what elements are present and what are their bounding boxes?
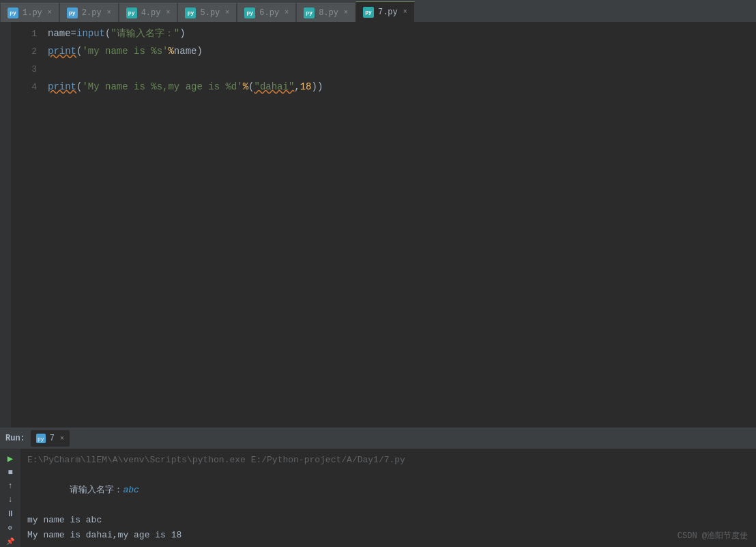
tab-label-2py: 2.py: [82, 8, 102, 18]
run-tab-icon: py: [36, 434, 46, 443]
tab-label-5py: 5.py: [200, 8, 220, 18]
stop-button[interactable]: ■: [3, 467, 18, 478]
tab-4py[interactable]: py 4.py ×: [119, 3, 178, 22]
run-tab-bar: Run: py 7 ×: [0, 428, 756, 449]
pin-button[interactable]: 📌: [3, 536, 18, 547]
output-line-result1: my name is abc: [27, 513, 749, 528]
tab-label-8py: 8.py: [319, 8, 338, 18]
output-line-prompt: 请输入名字：abc: [27, 468, 749, 513]
tab-label-6py: 6.py: [259, 8, 279, 18]
run-label: Run:: [5, 434, 25, 443]
tab-2py[interactable]: py 2.py ×: [59, 3, 119, 22]
tab-close-2py[interactable]: ×: [107, 9, 111, 16]
code-line-2: 2 print('my name is %s'%name): [11, 42, 756, 60]
line-number-1: 1: [11, 29, 45, 39]
left-gutter: [0, 22, 11, 427]
tab-icon-6py: py: [244, 8, 255, 18]
tab-icon-5py: py: [185, 8, 196, 18]
run-output: E:\PyCharm\llEM\A\venv\Scripts\python.ex…: [20, 449, 756, 547]
code-line-4: 4 print('My name is %s,my age is %d'%("d…: [11, 78, 756, 96]
line-number-4: 4: [11, 82, 45, 92]
line-content-4: print('My name is %s,my age is %d'%("dah…: [45, 81, 323, 92]
line-number-2: 2: [11, 46, 45, 57]
output-line-result2: My name is dahai,my age is 18: [27, 528, 749, 543]
tab-close-1py[interactable]: ×: [48, 9, 52, 16]
code-area: 1 name=input("请输入名字：") 2 print('my name …: [11, 22, 756, 96]
input-value: abc: [123, 485, 139, 495]
tab-close-5py[interactable]: ×: [225, 9, 229, 16]
scroll-up-button[interactable]: ↑: [3, 481, 18, 492]
run-panel: Run: py 7 × ▶ ■ ↑ ↓ ⏸ ⚙ 📌 E:\PyCharm\llE…: [0, 427, 756, 547]
tab-close-4py[interactable]: ×: [166, 9, 170, 16]
tab-icon-2py: py: [67, 8, 78, 18]
line-number-3: 3: [11, 64, 45, 74]
tab-close-6py[interactable]: ×: [285, 9, 289, 16]
output-line-cmd: E:\PyCharm\llEM\A\venv\Scripts\python.ex…: [27, 453, 749, 468]
code-line-3: 3: [11, 60, 756, 78]
tab-label-7py: 7.py: [378, 8, 398, 17]
settings-button[interactable]: ⚙: [3, 522, 18, 533]
tab-icon-7py: py: [363, 7, 374, 18]
watermark: CSDN @渔阳节度使: [678, 530, 748, 542]
run-tab-7[interactable]: py 7 ×: [31, 430, 70, 447]
tab-label-1py: 1.py: [23, 8, 42, 18]
tab-1py[interactable]: py 1.py ×: [0, 3, 59, 22]
editor-main[interactable]: 1 name=input("请输入名字：") 2 print('my name …: [11, 22, 756, 427]
run-tab-close[interactable]: ×: [60, 435, 64, 443]
tab-5py[interactable]: py 5.py ×: [177, 3, 237, 22]
tab-close-8py[interactable]: ×: [344, 9, 348, 16]
prompt-text: 请输入名字：: [70, 485, 123, 495]
tab-icon-4py: py: [126, 8, 137, 18]
tab-icon-8py: py: [304, 8, 315, 18]
run-sidebar: ▶ ■ ↑ ↓ ⏸ ⚙ 📌: [0, 449, 20, 547]
tab-bar: py 1.py × py 2.py × py 4.py × py 5.py × …: [0, 0, 756, 22]
tab-label-4py: 4.py: [141, 8, 161, 18]
tab-8py[interactable]: py 8.py ×: [296, 3, 355, 22]
editor-container: 1 name=input("请输入名字：") 2 print('my name …: [0, 22, 756, 427]
run-tab-number: 7: [50, 434, 55, 443]
play-button[interactable]: ▶: [3, 453, 18, 464]
scroll-down-button[interactable]: ↓: [3, 494, 18, 505]
tab-icon-1py: py: [8, 8, 18, 18]
line-content-2: print('my name is %s'%name): [45, 46, 203, 57]
tab-close-7py[interactable]: ×: [403, 8, 407, 16]
tab-6py[interactable]: py 6.py ×: [237, 3, 296, 22]
run-content: ▶ ■ ↑ ↓ ⏸ ⚙ 📌 E:\PyCharm\llEM\A\venv\Scr…: [0, 449, 756, 547]
line-content-1: name=input("请输入名字："): [45, 27, 186, 40]
tab-7py[interactable]: py 7.py ×: [355, 1, 415, 22]
pause-button[interactable]: ⏸: [3, 509, 18, 520]
code-line-1: 1 name=input("请输入名字："): [11, 25, 756, 42]
